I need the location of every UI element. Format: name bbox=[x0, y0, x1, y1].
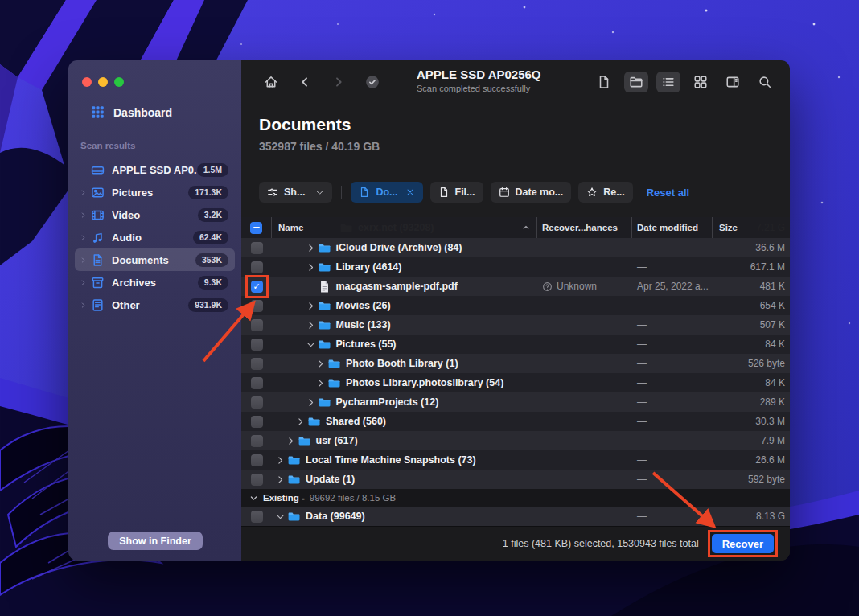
sidebar-item-audio[interactable]: Audio62.4K bbox=[75, 226, 235, 248]
row-checkbox[interactable] bbox=[251, 339, 263, 351]
chevron-right-icon[interactable] bbox=[306, 243, 316, 253]
filter-chip-label: Date mo... bbox=[516, 187, 564, 198]
table-row[interactable]: Photo Booth Library (1)—526 byte bbox=[241, 354, 790, 373]
back-icon[interactable] bbox=[298, 75, 312, 89]
chevron-right-icon[interactable] bbox=[80, 279, 91, 286]
table-row[interactable]: Data (99649)—8.13 G bbox=[241, 507, 790, 526]
row-checkbox[interactable] bbox=[251, 377, 263, 389]
table-row[interactable]: Library (4614)—617.1 M bbox=[241, 257, 790, 277]
minimize-window-button[interactable] bbox=[98, 77, 108, 87]
other-icon bbox=[91, 298, 105, 312]
column-header-name[interactable]: Name bbox=[272, 217, 537, 238]
filter-chip-fil[interactable]: Fil... bbox=[430, 182, 483, 203]
chevron-right-icon[interactable] bbox=[286, 436, 296, 446]
row-checkbox[interactable] bbox=[251, 261, 263, 273]
item-count-badge: 9.3K bbox=[198, 276, 228, 290]
chevron-down-icon bbox=[249, 494, 258, 503]
close-icon[interactable] bbox=[405, 187, 415, 197]
chevron-right-icon[interactable] bbox=[315, 359, 326, 369]
sidebar-item-documents[interactable]: Documents353K bbox=[75, 248, 235, 271]
chevron-down-icon[interactable] bbox=[275, 511, 286, 522]
filter-chip-do[interactable]: Do... bbox=[351, 182, 422, 203]
filter-chip-sh[interactable]: Sh... bbox=[259, 182, 332, 203]
scan-results-list: APPLE SSD AP0...1.5MPictures171.3KVideo3… bbox=[75, 158, 235, 316]
search-button[interactable] bbox=[753, 72, 777, 92]
chevron-right-icon[interactable] bbox=[80, 189, 91, 196]
table-row[interactable]: usr (617)—7.9 M bbox=[241, 431, 790, 450]
file-view-button[interactable] bbox=[592, 72, 616, 92]
documents-icon bbox=[91, 253, 105, 267]
row-size: 26.6 M bbox=[713, 454, 790, 466]
desktop: { "colors": { "accent_blue": "#3b82f7", … bbox=[0, 0, 859, 616]
column-header-size[interactable]: Size bbox=[713, 217, 790, 238]
list-view-button[interactable] bbox=[656, 72, 680, 92]
chevron-right-icon[interactable] bbox=[306, 320, 316, 331]
folder-view-icon bbox=[629, 75, 643, 89]
chevron-right-icon[interactable] bbox=[315, 378, 326, 388]
folder-fill-icon bbox=[287, 510, 301, 524]
filter-chip-label: Sh... bbox=[284, 187, 305, 198]
chevron-right-icon[interactable] bbox=[80, 211, 91, 219]
chevron-right-icon[interactable] bbox=[80, 257, 91, 264]
row-checkbox[interactable] bbox=[251, 454, 263, 466]
chevron-right-icon[interactable] bbox=[306, 262, 316, 273]
chevron-right-icon[interactable] bbox=[275, 474, 286, 485]
filter-chip-datemo[interactable]: Date mo... bbox=[491, 182, 572, 203]
table-row[interactable]: Movies (26)—654 K bbox=[241, 296, 790, 315]
row-checkbox[interactable] bbox=[251, 242, 263, 254]
column-header-recovery-chances[interactable]: Recover...hances bbox=[537, 217, 632, 238]
chevron-right-icon[interactable] bbox=[306, 397, 316, 408]
row-checkbox[interactable] bbox=[251, 511, 263, 523]
column-header-date-modified[interactable]: Date modified bbox=[632, 217, 713, 238]
table-row[interactable]: iCloud Drive (Archive) (84)—36.6 M bbox=[241, 238, 790, 257]
filter-chip-re[interactable]: Re... bbox=[578, 182, 632, 203]
chevron-right-icon[interactable] bbox=[306, 301, 316, 311]
row-checkbox[interactable] bbox=[251, 435, 263, 447]
forward-icon[interactable] bbox=[331, 75, 346, 89]
select-all-checkbox[interactable] bbox=[250, 222, 262, 234]
folder-fill-icon bbox=[318, 261, 331, 274]
home-icon[interactable] bbox=[264, 75, 278, 89]
chevron-right-icon[interactable] bbox=[80, 234, 91, 241]
chevron-down-icon[interactable] bbox=[306, 339, 316, 350]
show-in-finder-button[interactable]: Show in Finder bbox=[108, 532, 203, 550]
table-row[interactable]: Update (1)—592 byte bbox=[241, 470, 790, 489]
sliders-icon bbox=[267, 187, 278, 198]
reset-all-link[interactable]: Reset all bbox=[647, 187, 689, 199]
row-checkbox[interactable] bbox=[251, 358, 263, 370]
file-icon bbox=[438, 187, 450, 198]
sidebar-item-other[interactable]: Other931.9K bbox=[75, 294, 235, 316]
chevron-right-icon[interactable] bbox=[295, 417, 306, 427]
sidebar-item-video[interactable]: Video3.2K bbox=[75, 203, 235, 226]
row-checkbox[interactable] bbox=[251, 474, 263, 486]
chevron-down-icon[interactable] bbox=[315, 188, 324, 197]
sidebar-item-apple-ssd-ap0[interactable]: APPLE SSD AP0...1.5M bbox=[75, 158, 235, 181]
close-window-button[interactable] bbox=[82, 77, 92, 87]
sidebar-item-dashboard[interactable]: Dashboard bbox=[91, 105, 172, 119]
row-name: PycharmProjects (12) bbox=[336, 396, 439, 408]
table-row[interactable]: ✓macgasm-sample-pdf.pdfUnknownApr 25, 20… bbox=[241, 277, 790, 296]
table-row[interactable]: Pictures (55)—84 K bbox=[241, 335, 790, 354]
grid-view-button[interactable] bbox=[688, 72, 713, 92]
table-row[interactable]: Photos Library.photoslibrary (54)—84 K bbox=[241, 373, 790, 392]
row-size: 36.6 M bbox=[713, 242, 790, 253]
table-row[interactable]: PycharmProjects (12)—289 K bbox=[241, 392, 790, 412]
row-checkbox[interactable] bbox=[251, 300, 263, 312]
table-row[interactable]: Music (133)—507 K bbox=[241, 315, 790, 335]
row-checkbox[interactable] bbox=[251, 319, 263, 331]
folder-view-button[interactable] bbox=[624, 72, 648, 92]
file-view-icon bbox=[597, 75, 611, 89]
zoom-window-button[interactable] bbox=[114, 77, 124, 87]
table-row[interactable]: Local Time Machine Snapshots (73)—26.6 M bbox=[241, 450, 790, 470]
panel-view-button[interactable] bbox=[721, 72, 745, 92]
chevron-right-icon[interactable] bbox=[80, 302, 91, 309]
chevron-right-icon[interactable] bbox=[275, 455, 286, 466]
row-checkbox[interactable] bbox=[251, 416, 263, 428]
footer-bar: 1 files (481 KB) selected, 1530943 files… bbox=[241, 526, 790, 561]
table-row[interactable]: Shared (560)—30.3 M bbox=[241, 412, 790, 431]
row-size: 7.9 M bbox=[713, 435, 790, 446]
existing-section-header[interactable]: Existing - 99692 files / 8.15 GB bbox=[241, 489, 790, 507]
sidebar-item-pictures[interactable]: Pictures171.3K bbox=[75, 181, 235, 203]
row-checkbox[interactable] bbox=[251, 396, 263, 409]
sidebar-item-archives[interactable]: Archives9.3K bbox=[75, 271, 235, 294]
